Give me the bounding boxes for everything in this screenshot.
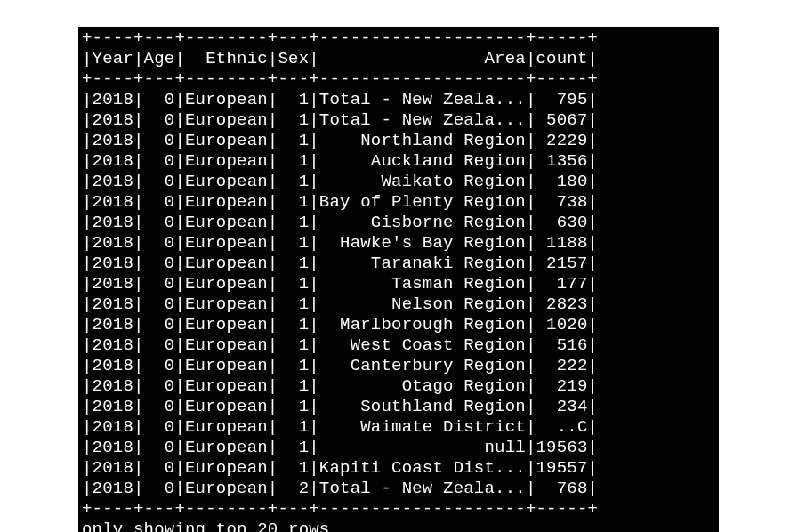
footer-text: only showing top 20 rows	[82, 520, 329, 532]
terminal-output: +----+---+--------+---+-----------------…	[78, 27, 719, 532]
ascii-table: +----+---+--------+---+-----------------…	[82, 28, 598, 519]
